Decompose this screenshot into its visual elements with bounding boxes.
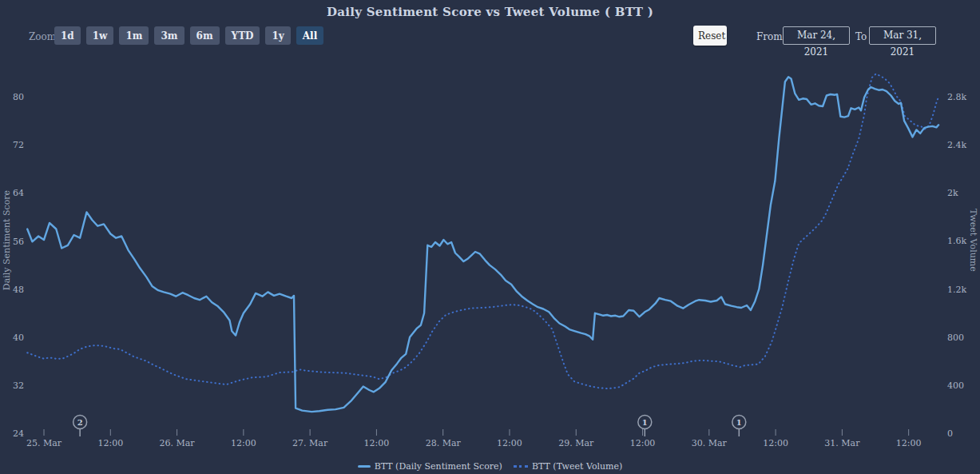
- x-axis-tick-label: 26. Mar: [153, 438, 201, 448]
- x-axis-tick-label: 12:00: [352, 438, 400, 448]
- x-axis-tick-label: 28. Mar: [419, 438, 467, 448]
- x-axis-tick-label: 12:00: [86, 438, 134, 448]
- left-axis-tick-label: 40: [3, 333, 24, 342]
- x-axis-tick-label: 12:00: [752, 438, 799, 448]
- right-axis-tick-label: 800: [947, 333, 964, 342]
- plot-area: 211: [0, 0, 980, 474]
- sentiment-legend-marker-icon: [358, 465, 371, 468]
- x-axis-tick-marks: [44, 429, 909, 436]
- right-axis-tick-label: 1.2k: [947, 285, 966, 294]
- x-axis-tick-label: 27. Mar: [286, 438, 334, 448]
- svg-text:1: 1: [642, 418, 648, 427]
- x-axis-tick-label: 12:00: [220, 438, 268, 448]
- legend-label-volume: BTT (Tweet Volume): [532, 461, 622, 472]
- flag-annotations: 211: [73, 416, 746, 437]
- left-axis-tick-label: 48: [3, 285, 24, 294]
- x-axis-tick-label: 25. Mar: [20, 438, 68, 448]
- x-axis-tick-label: 12:00: [486, 438, 534, 448]
- left-axis-tick-label: 80: [3, 93, 24, 102]
- left-axis-tick-label: 56: [3, 237, 24, 246]
- legend-label-sentiment: BTT (Daily Sentiment Score): [375, 461, 502, 472]
- legend: BTT (Daily Sentiment Score) BTT (Tweet V…: [0, 461, 980, 472]
- flag-pin[interactable]: 1: [732, 416, 746, 437]
- right-axis-tick-label: 1.6k: [947, 237, 966, 245]
- chart-panel: Daily Sentiment Score vs Tweet Volume ( …: [0, 0, 980, 474]
- sentiment-series-line: [27, 77, 938, 412]
- x-axis-tick-label: 29. Mar: [552, 438, 600, 448]
- right-axis-tick-label: 2.8k: [947, 93, 966, 102]
- right-axis-tick-label: 0: [947, 429, 953, 438]
- right-axis-tick-label: 400: [947, 381, 964, 390]
- right-axis-tick-label: 2k: [947, 189, 958, 197]
- left-axis-tick-label: 32: [3, 381, 24, 390]
- legend-item-sentiment[interactable]: BTT (Daily Sentiment Score): [358, 461, 502, 472]
- svg-text:1: 1: [736, 418, 742, 427]
- legend-item-volume[interactable]: BTT (Tweet Volume): [514, 461, 622, 472]
- x-axis-tick-label: 12:00: [885, 438, 933, 448]
- left-axis-tick-label: 24: [3, 429, 24, 438]
- left-axis-tick-label: 64: [3, 189, 24, 197]
- x-axis-tick-label: 12:00: [619, 438, 667, 448]
- volume-legend-marker-icon: [514, 465, 528, 468]
- x-axis-tick-label: 31. Mar: [818, 438, 866, 448]
- svg-text:2: 2: [77, 418, 83, 427]
- flag-pin[interactable]: 1: [638, 416, 652, 437]
- left-axis-tick-label: 72: [3, 141, 24, 149]
- flag-pin[interactable]: 2: [73, 416, 87, 437]
- x-axis-tick-label: 30. Mar: [685, 438, 733, 448]
- tweet-volume-series-line: [27, 74, 938, 388]
- right-axis-tick-label: 2.4k: [947, 141, 966, 149]
